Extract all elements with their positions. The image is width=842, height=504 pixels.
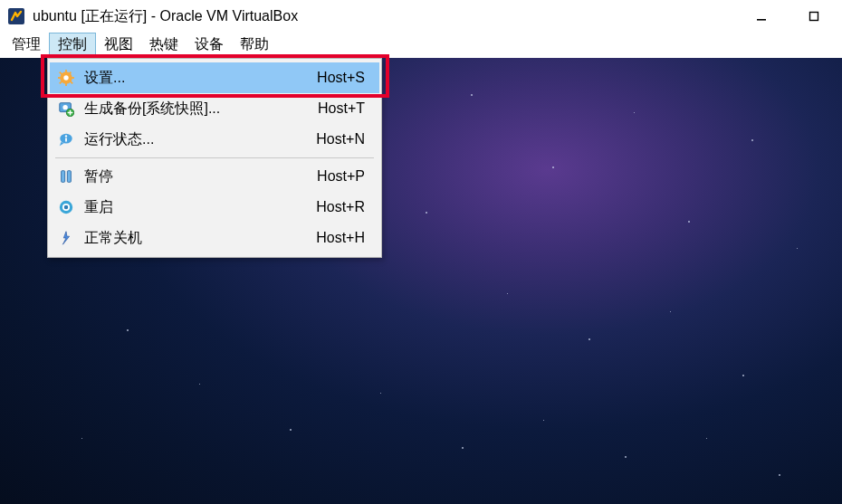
menu-item-shortcut: Host+T: [318, 100, 370, 117]
svg-rect-5: [65, 70, 67, 73]
svg-point-14: [62, 105, 67, 109]
menu-control[interactable]: 控制: [49, 33, 96, 57]
svg-rect-19: [62, 171, 65, 183]
menu-item-pause[interactable]: 暂停 Host+P: [50, 161, 379, 192]
menu-item-label: 正常关机: [84, 229, 307, 248]
svg-rect-7: [58, 77, 62, 79]
menu-devices[interactable]: 设备: [187, 33, 232, 57]
svg-rect-20: [67, 171, 71, 183]
svg-point-4: [63, 75, 68, 80]
menu-item-shortcut: Host+N: [316, 131, 370, 147]
menu-item-settings[interactable]: 设置... Host+S: [50, 62, 379, 93]
menu-help[interactable]: 帮助: [232, 33, 277, 57]
menu-item-label: 暂停: [84, 167, 308, 186]
svg-rect-1: [757, 19, 766, 21]
menu-manage[interactable]: 管理: [4, 33, 49, 57]
minimize-button[interactable]: [748, 4, 775, 29]
menubar: 管理 控制 视图 热键 设备 帮助: [0, 33, 842, 58]
control-menu-dropdown: 设置... Host+S 生成备份[系统快照]... Host+T 运行状态..…: [47, 58, 382, 258]
svg-rect-6: [65, 82, 67, 86]
svg-point-23: [64, 205, 69, 210]
window-title: ubuntu [正在运行] - Oracle VM VirtualBox: [33, 7, 748, 26]
menu-item-label: 运行状态...: [84, 130, 307, 149]
menu-hotkeys[interactable]: 热键: [141, 33, 187, 57]
menu-item-shortcut: Host+P: [317, 168, 370, 185]
menu-item-label: 重启: [84, 198, 307, 217]
menu-item-shortcut: Host+R: [316, 199, 370, 215]
svg-point-17: [65, 135, 67, 137]
snapshot-icon: [57, 100, 75, 118]
menu-item-shutdown[interactable]: 正常关机 Host+H: [50, 223, 379, 253]
pause-icon: [57, 167, 75, 185]
restart-icon: [57, 198, 75, 216]
gear-icon: [57, 69, 75, 87]
shutdown-icon: [57, 229, 75, 247]
svg-rect-18: [65, 138, 67, 142]
menu-item-shortcut: Host+H: [316, 230, 370, 246]
menu-item-shortcut: Host+S: [317, 70, 370, 86]
app-icon: [7, 7, 25, 25]
info-icon: [57, 130, 75, 148]
menu-view[interactable]: 视图: [96, 33, 141, 57]
svg-rect-2: [810, 13, 818, 21]
titlebar: ubuntu [正在运行] - Oracle VM VirtualBox: [0, 0, 842, 33]
menu-item-snapshot[interactable]: 生成备份[系统快照]... Host+T: [50, 93, 379, 124]
menu-item-restart[interactable]: 重启 Host+R: [50, 192, 379, 223]
maximize-button[interactable]: [800, 4, 828, 29]
menu-item-label: 生成备份[系统快照]...: [84, 100, 309, 119]
menu-item-label: 设置...: [84, 69, 308, 88]
menu-separator: [55, 157, 374, 158]
menu-item-runstate[interactable]: 运行状态... Host+N: [50, 124, 379, 155]
svg-rect-8: [71, 77, 74, 79]
window-controls: [748, 4, 835, 29]
